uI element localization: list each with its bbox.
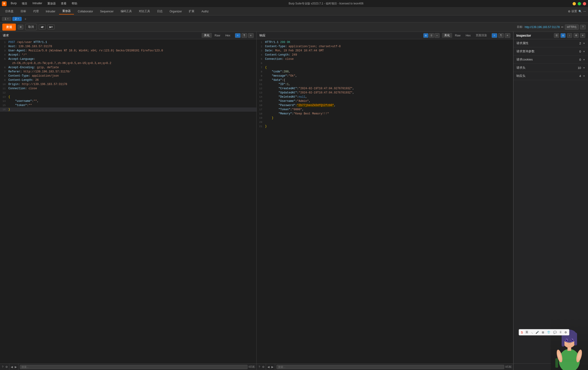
minimize-button[interactable]: ─ (573, 2, 576, 5)
request-search-next-button[interactable]: ▶ (14, 365, 17, 369)
view-horizontal-button[interactable]: ☰ (429, 33, 434, 38)
inspector-row-request-attributes[interactable]: 请求属性 2 ▼ (514, 39, 588, 47)
ime-punctuation-button[interactable]: ·, (530, 330, 533, 334)
tab-sequencer[interactable]: Sequencer (97, 9, 117, 14)
tab-repeater[interactable]: 重放器 (59, 8, 74, 14)
response-search-prev-button[interactable]: ◀ (267, 365, 270, 369)
response-tab-hex[interactable]: Hex (463, 33, 473, 38)
help-icon-button[interactable]: ? (580, 25, 586, 29)
repeater-tab-1[interactable]: 1 × (2, 17, 11, 21)
menu-view[interactable]: 查看 (59, 1, 69, 6)
inspector-row-request-headers[interactable]: 请求头 10 ▼ (514, 64, 588, 72)
nav-tab-bar: 仪表盘 目标 代理 Intruder 重放器 Collaborator Sequ… (0, 8, 588, 15)
code-line: 9 "message":"Ok", (257, 74, 513, 78)
tab-organizer[interactable]: Organizer (166, 9, 185, 14)
send-button[interactable]: 发送 (2, 24, 16, 31)
code-line: 7 Referer: http://139.196.183.57:31178/ (0, 70, 256, 74)
response-help-button[interactable]: ? (258, 365, 261, 369)
add-tab-button[interactable]: + (23, 17, 28, 21)
settings-button[interactable]: ⚙ 设置 (568, 9, 577, 13)
ime-chat-icon[interactable]: 💬 (553, 330, 557, 334)
ime-settings-icon[interactable]: ⚙ (564, 330, 568, 334)
inspector-filter-icon[interactable]: ⚙ (574, 33, 579, 38)
response-tab-pretty[interactable]: 美化 (442, 33, 452, 38)
request-settings-button[interactable]: ⚙ (5, 365, 8, 369)
ime-keyboard-icon[interactable]: ⊞ (541, 330, 545, 334)
ime-logo[interactable]: S (520, 330, 523, 334)
code-line: 13 "UpdatedAt":"2024-02-19T10:47:04.9276… (257, 91, 513, 95)
inspector-row-response-headers[interactable]: 响应头 4 ▼ (514, 72, 588, 80)
search-icon-nav[interactable]: 🔍 (578, 10, 582, 13)
close-tab-2-icon[interactable]: × (18, 18, 19, 20)
title-bar: B Burp 项目 Intruder 重放器 查看 帮助 Burp Suite专… (0, 0, 588, 8)
svg-rect-4 (574, 333, 577, 346)
response-tab-raw[interactable]: Raw (453, 33, 463, 38)
settings-icon-button[interactable]: ⚙ (18, 25, 23, 29)
request-tab-hex[interactable]: Hex (223, 33, 233, 38)
view-combined-button[interactable]: ▪ (434, 33, 440, 38)
inspector-row-request-cookies[interactable]: 请求cookies 0 ▼ (514, 55, 588, 64)
ime-dots-icon[interactable]: ⠿ (559, 330, 562, 334)
tab-comparer[interactable]: 对比工具 (136, 8, 153, 14)
request-tab-pretty[interactable]: 美化 (202, 33, 212, 38)
code-line: 12 (0, 91, 256, 95)
pencil-icon[interactable]: ✏ (561, 25, 564, 29)
menu-project[interactable]: 项目 (19, 1, 30, 6)
menu-repeater[interactable]: 重放器 (45, 1, 58, 6)
inspector-row-query-params[interactable]: 请求查询参数 0 ▼ (514, 47, 588, 55)
request-search-input[interactable] (20, 365, 248, 369)
tab-authz[interactable]: Authz (198, 9, 212, 14)
menu-intruder[interactable]: Intruder (30, 1, 44, 6)
inspector-view-list-icon[interactable]: ☰ (554, 33, 559, 38)
tab-extensions[interactable]: 扩展 (186, 8, 198, 14)
tab-intruder[interactable]: Intruder (42, 9, 59, 14)
code-line: 1 POST /api/user HTTP/1.1 (0, 40, 256, 44)
cancel-button[interactable]: 取消 (25, 24, 37, 30)
response-word-wrap-icon[interactable]: ≡ (492, 33, 497, 38)
menu-help[interactable]: 帮助 (69, 1, 80, 6)
response-settings-button[interactable]: ⚙ (262, 365, 265, 369)
response-more-icon[interactable]: ≡ (505, 33, 510, 38)
request-tab-raw[interactable]: Raw (212, 33, 223, 38)
svg-point-9 (567, 339, 567, 340)
request-more-icon[interactable]: ≡ (248, 33, 254, 38)
tab-proxy[interactable]: 代理 (30, 8, 42, 14)
tab-dashboard[interactable]: 仪表盘 (2, 8, 17, 14)
maximize-button[interactable]: □ (578, 2, 581, 5)
response-tab-render[interactable]: 页面渲染 (473, 33, 489, 38)
menu-burp[interactable]: Burp (8, 1, 19, 6)
request-word-wrap-icon[interactable]: ≡ (235, 33, 241, 38)
inspector-sort-icon[interactable]: ↕ (567, 33, 572, 38)
close-tab-1-icon[interactable]: × (7, 18, 9, 20)
code-line: 15 "Username":"Admin", (257, 99, 513, 103)
nav-prev-button[interactable]: ◀▾ (39, 24, 46, 29)
chevron-down-icon: ▼ (583, 58, 585, 61)
inspector-close-icon[interactable]: ✕ (580, 33, 585, 38)
ime-shirt-icon[interactable]: 👕 (546, 330, 551, 334)
ime-voice-icon[interactable]: 🎤 (535, 330, 540, 334)
nav-next-button[interactable]: ▶▾ (48, 24, 55, 29)
view-split-button[interactable]: ⊟ (423, 33, 428, 38)
tab-decoder[interactable]: 编码工具 (117, 8, 135, 14)
request-ln-icon[interactable]: ¶ (242, 33, 247, 38)
response-ln-icon[interactable]: ¶ (498, 33, 504, 38)
repeater-tab-bar: 1 × 2 × + (0, 15, 588, 22)
ime-language-button[interactable]: 英 (525, 330, 529, 335)
repeater-tab-2[interactable]: 2 × (12, 17, 22, 21)
more-options-nav[interactable]: ⋯ (583, 10, 586, 13)
request-code-area[interactable]: 1 POST /api/user HTTP/1.1 2 Host: 139.19… (0, 39, 256, 363)
request-panel: 请求 美化 Raw Hex ≡ ¶ ≡ 1 POST /api/user HTT… (0, 32, 257, 363)
tab-target[interactable]: 目标 (17, 8, 29, 14)
request-search-prev-button[interactable]: ◀ (10, 365, 13, 369)
response-code-area[interactable]: 1 HTTP/1.1 200 OK 2 Content-Type: applic… (257, 39, 513, 363)
code-line: 9 Content-Length: 26 (0, 78, 256, 82)
response-search-next-button[interactable]: ▶ (271, 365, 274, 369)
close-button[interactable]: ✕ (583, 2, 586, 5)
request-help-button[interactable]: ? (1, 365, 4, 369)
tab-logger[interactable]: 日志 (154, 8, 166, 14)
inspector-view-grid-icon[interactable]: ⊞ (560, 33, 566, 38)
response-search-input[interactable] (276, 365, 504, 369)
http-version-button[interactable]: HTTP/1 (565, 24, 579, 30)
tab-collaborator[interactable]: Collaborator (74, 9, 96, 14)
code-line: 14 "DeletedAt":null, (257, 95, 513, 99)
